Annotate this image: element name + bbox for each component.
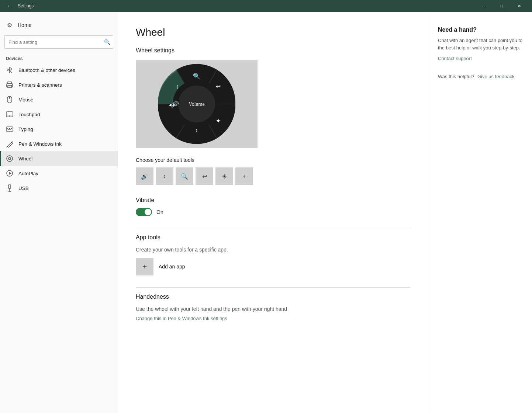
handedness-link[interactable]: Change this in Pen & Windows Ink setting… (136, 316, 227, 321)
sidebar-item-home[interactable]: ⚙ Home (0, 18, 118, 32)
back-icon: ← (7, 3, 12, 8)
maximize-button[interactable]: □ (493, 0, 510, 12)
sidebar-item-mouse[interactable]: Mouse (0, 92, 118, 107)
sidebar-label-mouse: Mouse (18, 97, 34, 103)
add-icon: + (142, 263, 147, 271)
home-label: Home (18, 22, 31, 28)
autoplay-icon (6, 170, 13, 177)
add-app-row: + Add an app (136, 258, 411, 275)
svg-rect-2 (8, 86, 11, 88)
svg-marker-18 (9, 172, 11, 175)
printer-icon (6, 81, 13, 88)
wheel-svg: Volume 🔍 ↩ ✦ ↕ 🔊 ↕ ◄) (156, 63, 237, 145)
svg-text:✦: ✦ (215, 117, 221, 125)
handedness-section: Handedness Use the wheel with your left … (136, 294, 411, 322)
contact-support-link[interactable]: Contact support (438, 56, 523, 61)
tool-zoom[interactable]: 🔍 (176, 167, 193, 185)
minimize-icon: ─ (482, 4, 485, 8)
sidebar-item-autoplay[interactable]: AutoPlay (0, 166, 118, 181)
app-tools-title: App tools (136, 234, 411, 241)
need-hand-title: Need a hand? (438, 27, 523, 33)
touchpad-icon (6, 111, 13, 118)
divider-2 (136, 287, 411, 288)
sidebar-item-bluetooth[interactable]: Bluetooth & other devices (0, 63, 118, 77)
sidebar-label-bluetooth: Bluetooth & other devices (18, 67, 75, 73)
sidebar-label-printers: Printers & scanners (18, 82, 62, 88)
search-input[interactable] (4, 35, 113, 49)
add-app-button[interactable]: + (136, 258, 153, 275)
svg-text:↕: ↕ (196, 127, 198, 133)
wheel-visualization: Volume 🔍 ↩ ✦ ↕ 🔊 ↕ ◄) (136, 60, 258, 148)
search-button[interactable]: 🔍 (104, 39, 110, 45)
page-title: Wheel (136, 27, 411, 38)
titlebar: ← Settings ─ □ ✕ (0, 0, 532, 12)
vibrate-toggle[interactable] (136, 208, 152, 216)
svg-rect-12 (9, 128, 10, 129)
vibrate-title: Vibrate (136, 197, 411, 204)
wheel-settings-title: Wheel settings (136, 47, 411, 54)
sidebar-label-pen: Pen & Windows Ink (18, 141, 62, 147)
sidebar: ⚙ Home 🔍 Devices Bluetooth & other devic… (0, 12, 118, 413)
main-content: Wheel Wheel settings (118, 12, 429, 413)
bluetooth-icon (6, 66, 13, 74)
handedness-title: Handedness (136, 294, 411, 300)
window-controls: ─ □ ✕ (475, 0, 528, 12)
sidebar-item-pen[interactable]: Pen & Windows Ink (0, 136, 118, 151)
handedness-desc: Use the wheel with your left hand and th… (136, 306, 411, 312)
sidebar-item-printers[interactable]: Printers & scanners (0, 77, 118, 92)
back-button[interactable]: ← (4, 1, 15, 11)
sidebar-item-wheel[interactable]: Wheel (0, 151, 118, 166)
was-helpful-label: Was this helpful? (438, 74, 474, 79)
svg-rect-13 (11, 128, 12, 129)
svg-text:↩: ↩ (216, 83, 221, 90)
vibrate-section: Vibrate On (136, 197, 411, 216)
tool-add[interactable]: + (235, 167, 253, 185)
svg-rect-10 (6, 127, 13, 131)
pen-icon (6, 140, 13, 148)
close-button[interactable]: ✕ (511, 0, 528, 12)
tool-volume[interactable]: 🔊 (136, 167, 153, 185)
sidebar-section-devices: Devices (0, 55, 118, 63)
minimize-button[interactable]: ─ (475, 0, 492, 12)
sidebar-label-autoplay: AutoPlay (18, 171, 38, 176)
default-tools-label: Choose your default tools (136, 157, 411, 163)
right-panel: Need a hand? Chat with an agent that can… (429, 12, 532, 413)
sidebar-item-usb[interactable]: USB (0, 181, 118, 195)
need-hand-desc: Chat with an agent that can point you to… (438, 37, 523, 51)
mouse-icon (6, 96, 13, 103)
svg-text:🔍: 🔍 (193, 73, 200, 80)
sidebar-label-typing: Typing (18, 126, 33, 132)
maximize-icon: □ (500, 4, 503, 8)
svg-point-16 (8, 157, 11, 160)
sidebar-label-touchpad: Touchpad (18, 112, 40, 117)
vibrate-toggle-row: On (136, 208, 411, 216)
feedback-row: Was this helpful? Give us feedback (438, 73, 523, 80)
svg-text:◄): ◄) (167, 102, 174, 108)
usb-icon (6, 184, 13, 192)
tool-scroll[interactable]: ↕ (156, 167, 173, 185)
tool-brightness[interactable]: ☀ (215, 167, 233, 185)
app-title: Settings (18, 3, 475, 8)
svg-point-15 (7, 156, 13, 162)
svg-point-3 (11, 85, 12, 86)
svg-rect-11 (7, 128, 8, 129)
give-feedback-link[interactable]: Give us feedback (477, 74, 514, 79)
divider-1 (136, 228, 411, 228)
svg-rect-14 (8, 129, 11, 130)
sidebar-label-usb: USB (18, 185, 29, 191)
home-icon: ⚙ (6, 21, 13, 29)
svg-text:↕: ↕ (176, 83, 179, 90)
tool-undo[interactable]: ↩ (196, 167, 213, 185)
sidebar-label-wheel: Wheel (18, 156, 32, 162)
vibrate-state-label: On (156, 209, 163, 215)
app-tools-section: App tools Create your own tools for a sp… (136, 234, 411, 275)
svg-rect-1 (8, 82, 11, 84)
close-icon: ✕ (518, 4, 521, 8)
typing-icon (6, 125, 13, 133)
sidebar-item-touchpad[interactable]: Touchpad (0, 107, 118, 122)
add-app-label: Add an app (159, 264, 185, 270)
app-container: ⚙ Home 🔍 Devices Bluetooth & other devic… (0, 12, 532, 413)
sidebar-item-typing[interactable]: Typing (0, 122, 118, 136)
svg-rect-19 (8, 185, 11, 188)
svg-text:Volume: Volume (189, 101, 204, 107)
